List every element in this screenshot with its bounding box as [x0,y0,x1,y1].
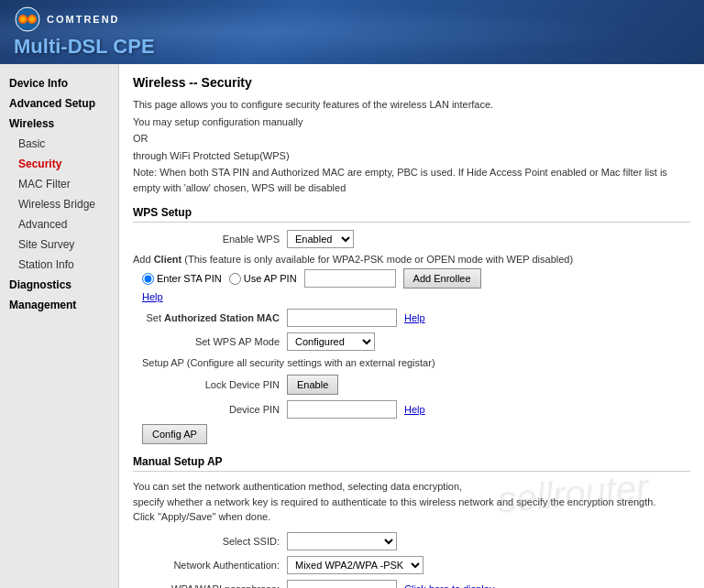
page-desc-2: You may setup configuration manually [133,114,690,130]
network-auth-label: Network Authentication: [133,560,280,571]
device-pin-row: Device PIN Help [133,400,690,419]
setup-ap-note: Setup AP (Configure all security setting… [142,357,435,368]
enable-wps-label: Enable WPS [133,234,280,245]
add-client-help-link[interactable]: Help [142,291,163,302]
enable-wps-select[interactable]: Enabled Disabled [287,230,354,248]
main-layout: Device Info Advanced Setup Wireless Basi… [0,64,704,588]
sidebar-item-device-info[interactable]: Device Info [0,73,118,93]
enable-wps-row: Enable WPS Enabled Disabled [133,230,690,248]
authorized-mac-row: Set Authorized Station MAC Help [133,309,690,327]
wpa-passphrase-input[interactable] [287,580,397,589]
config-ap-button[interactable]: Config AP [142,424,207,444]
note-text: Note: When both STA PIN and Authorized M… [133,167,667,193]
network-auth-select[interactable]: Mixed WPA2/WPA -PSK WPA2-PSK WPA-PSK Ope… [287,556,424,574]
add-client-note: (This feature is only available for WPA2… [184,254,573,265]
page-title: Wireless -- Security [133,75,690,90]
authorized-mac-label: Set Authorized Station MAC [133,312,280,323]
sidebar: Device Info Advanced Setup Wireless Basi… [0,64,119,588]
wpa-passphrase-row: WPA/WAPI passphrase: Click here to displ… [133,580,690,589]
brand-name: COMTREND [47,14,120,25]
manual-desc-1: You can set the network authentication m… [133,479,690,525]
product-name: Multi-DSL CPE [14,35,155,59]
page-desc-1: This page allows you to configure securi… [133,97,690,113]
sidebar-item-diagnostics[interactable]: Diagnostics [0,275,118,295]
device-pin-input[interactable] [287,400,397,419]
add-client-label: Add Client (This feature is only availab… [133,254,690,265]
sidebar-item-mac-filter[interactable]: MAC Filter [0,174,118,194]
config-ap-row: Config AP [142,424,690,444]
page-desc-or: OR [133,131,690,147]
manual-desc-1-text: You can set the network authentication m… [133,481,462,492]
add-client-controls: Enter STA PIN Use AP PIN Add Enrollee [142,268,690,289]
wps-ap-mode-label: Set WPS AP Mode [133,336,280,347]
device-pin-label: Device PIN [133,404,280,415]
comtrend-logo-icon [14,5,41,33]
wps-ap-mode-row: Set WPS AP Mode Configured Unconfigured [133,332,690,351]
network-auth-row: Network Authentication: Mixed WPA2/WPA -… [133,556,690,574]
sidebar-item-advanced-setup[interactable]: Advanced Setup [0,93,118,114]
radio-use-ap-pin[interactable]: Use AP PIN [229,273,297,285]
wpa-passphrase-label: WPA/WAPI passphrase: [133,583,280,589]
radio-use-ap-pin-input[interactable] [229,273,241,285]
radio-use-ap-pin-label: Use AP PIN [244,273,297,284]
manual-setup-section-title: Manual Setup AP [133,455,690,472]
sidebar-item-management[interactable]: Management [0,295,118,315]
svg-point-4 [29,16,35,22]
page-desc-wps: through WiFi Protcted Setup(WPS) [133,148,690,164]
sidebar-item-security[interactable]: Security [0,154,118,174]
svg-point-3 [20,16,26,22]
select-ssid-select[interactable] [287,532,397,550]
add-client-row: Add Client (This feature is only availab… [133,254,690,303]
select-ssid-label: Select SSID: [133,536,280,547]
sta-pin-input[interactable] [304,269,396,288]
device-pin-help-link[interactable]: Help [404,404,425,415]
sidebar-item-station-info[interactable]: Station Info [0,255,118,275]
sidebar-item-basic[interactable]: Basic [0,134,118,154]
radio-enter-sta-pin-input[interactable] [142,273,154,285]
click-to-display-link[interactable]: Click here to display [404,583,494,589]
sidebar-item-wireless-bridge[interactable]: Wireless Bridge [0,194,118,214]
lock-device-pin-button[interactable]: Enable [287,375,338,395]
wps-section-title: WPS Setup [133,206,690,223]
logo-area: COMTREND Multi-DSL CPE [14,5,155,59]
manual-desc-3-text: Click "Apply/Save" when done. [133,511,270,522]
sidebar-item-advanced[interactable]: Advanced [0,214,118,234]
sidebar-item-wireless[interactable]: Wireless [0,114,118,134]
page-desc-note: Note: When both STA PIN and Authorized M… [133,165,690,195]
wps-ap-mode-select[interactable]: Configured Unconfigured [287,332,375,351]
authorized-mac-input[interactable] [287,309,397,327]
authorized-mac-help-link[interactable]: Help [404,312,425,323]
sidebar-item-site-survey[interactable]: Site Survey [0,234,118,255]
radio-enter-sta-pin-label: Enter STA PIN [157,273,222,284]
logo-top: COMTREND [14,5,155,33]
lock-device-pin-label: Lock Device PIN [133,379,280,390]
lock-device-pin-row: Lock Device PIN Enable [133,375,690,395]
manual-desc-2-text: specify whether a network key is require… [133,496,655,507]
header: COMTREND Multi-DSL CPE [0,0,704,64]
select-ssid-row: Select SSID: [133,532,690,550]
content-area: Wireless -- Security This page allows yo… [119,64,704,588]
add-enrollee-button[interactable]: Add Enrollee [403,268,481,289]
radio-enter-sta-pin[interactable]: Enter STA PIN [142,273,222,285]
